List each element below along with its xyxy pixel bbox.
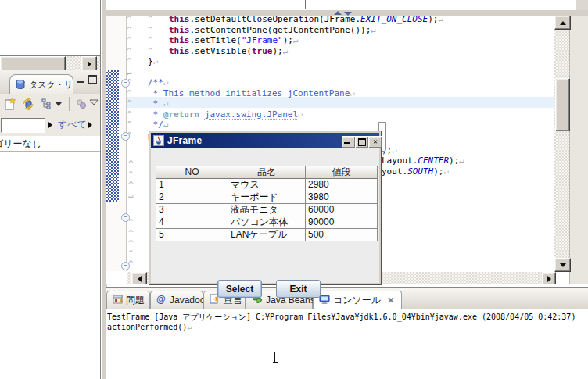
code-line: ^^this.setContentPane(getJContentPane())… — [127, 25, 376, 36]
code-line-fragment: yout.SOUTH);↵ — [382, 166, 449, 177]
next-filter-arrow-icon[interactable] — [88, 122, 92, 128]
tab-mark: ^ — [127, 56, 148, 67]
new-task-icon[interactable] — [4, 97, 17, 110]
scrollbar-thumb[interactable] — [0, 56, 66, 72]
table-row[interactable]: 4パソコン本体90000 — [156, 216, 378, 229]
tab-mark: ^ — [127, 35, 148, 46]
synchronize-icon[interactable] — [21, 97, 35, 111]
table-row[interactable]: 1マウス2980 — [156, 179, 378, 191]
column-header[interactable]: 品名 — [228, 166, 306, 179]
tab-mark: ^ — [128, 180, 134, 191]
scrollbar-track[interactable] — [554, 16, 569, 271]
product-table[interactable]: NO品名値段1マウス29802キーボード39803液晶モニタ600004パソコン… — [156, 166, 378, 274]
tab-task-list-label: タスク・リ — [29, 79, 73, 91]
tab-mark: ^ — [148, 16, 169, 25]
tab-コンソール[interactable]: コンソール✕ — [313, 291, 402, 310]
close-icon: ✕ — [373, 138, 377, 145]
scroll-left-button[interactable] — [131, 272, 147, 284]
console-output[interactable]: TestFrame [Java アプリケーション] C:¥Program Fil… — [106, 309, 588, 379]
code-line: ↵ — [127, 67, 132, 78]
code-token: CENTER — [418, 156, 449, 166]
dialog-close-button[interactable]: ✕ — [368, 136, 382, 148]
column-header[interactable]: 値段 — [306, 166, 378, 179]
fold-collapse-marker[interactable]: − — [121, 132, 130, 141]
split-up-arrow-icon[interactable] — [334, 11, 342, 15]
tab-mark: ^ — [127, 109, 148, 120]
dialog-titlebar[interactable]: JFrame ✕ — [151, 133, 379, 148]
view-minimize-button[interactable] — [75, 75, 85, 84]
code-line: ^ * ↵ — [127, 98, 169, 109]
tab-mark: ^ — [148, 46, 169, 57]
code-token: @return — [163, 109, 199, 120]
eol-mark: ↵ — [371, 25, 376, 35]
scrollbar-thumb[interactable] — [555, 78, 570, 131]
problems-icon — [113, 295, 123, 306]
table-cell: 液晶モニタ — [228, 204, 306, 216]
right-arrow-icon — [547, 276, 551, 282]
editor-vertical-scrollbar[interactable] — [554, 16, 569, 271]
scroll-right-button[interactable] — [542, 272, 556, 284]
select-button[interactable]: Select — [217, 280, 262, 298]
tab-mark: ^ — [127, 120, 148, 131]
code-token: yout. — [382, 166, 407, 177]
eol-mark: ↵ — [392, 145, 397, 156]
bottom-tab-row: 問題@Javadoc宣言Java Beansコンソール✕ — [106, 288, 588, 310]
exit-button[interactable]: Exit — [276, 280, 321, 298]
code-line: ^^this.setTitle("JFrame");↵ — [127, 35, 299, 46]
maximize-icon — [88, 75, 97, 84]
task-filter-input[interactable] — [1, 118, 45, 133]
dialog-maximize-button[interactable] — [355, 136, 369, 148]
tasklist-filter-row: すべて — [0, 116, 100, 136]
categorized-view-icon[interactable] — [41, 98, 53, 109]
top-strip-divider — [305, 0, 306, 9]
tab-label: コンソール — [333, 294, 381, 307]
eol-mark: ↵ — [444, 166, 450, 177]
scroll-down-button[interactable] — [554, 258, 571, 272]
scroll-up-button[interactable] — [554, 16, 571, 30]
toolbar-separator — [69, 97, 70, 111]
scheduled-presentation-icon[interactable] — [75, 98, 88, 110]
window-right-edge — [576, 0, 588, 10]
code-token: javax.swing.JPanel — [205, 109, 298, 120]
eol-mark: ↵ — [298, 109, 303, 120]
code-line: ^ */↵ — [127, 120, 169, 131]
table-header-row: NO品名値段 — [156, 166, 378, 179]
dialog-content: NO品名値段1マウス29802キーボード39803液晶モニタ600004パソコン… — [151, 148, 379, 283]
eol-mark: ↵ — [163, 120, 169, 130]
eol-mark: ↵ — [293, 35, 299, 45]
dropdown-arrow-icon[interactable] — [56, 102, 62, 106]
view-menu-icon[interactable] — [89, 99, 99, 105]
table-row[interactable]: 5LANケーブル500 — [156, 229, 378, 241]
task-list-icon — [15, 79, 26, 90]
table-cell: LANケーブル — [228, 229, 306, 241]
code-token: */ — [148, 120, 163, 130]
left-horizontal-scrollbar[interactable] — [0, 56, 100, 71]
close-tab-icon[interactable]: ✕ — [387, 295, 394, 306]
eol-mark: ↵ — [163, 98, 169, 109]
table-cell: 2 — [156, 191, 228, 204]
right-arrow-icon — [88, 61, 91, 67]
down-arrow-icon — [560, 263, 566, 267]
tab-問題[interactable]: 問題 — [106, 291, 150, 309]
code-line: ^ * This method initializes jContentPane… — [127, 88, 355, 99]
tab-Javadoc[interactable]: @Javadoc — [150, 291, 203, 309]
code-token: true — [252, 46, 273, 56]
tab-mark: ^ — [128, 159, 134, 170]
tab-task-list[interactable]: タスク・リ — [9, 74, 74, 94]
prev-filter-arrow-icon[interactable] — [48, 122, 52, 128]
scroll-right-arrow-button[interactable] — [81, 56, 97, 72]
fold-collapse-marker[interactable]: − — [121, 79, 130, 88]
table-row[interactable]: 3液晶モニタ60000 — [156, 204, 378, 216]
dialog-minimize-button[interactable] — [342, 136, 356, 148]
jframe-dialog[interactable]: JFrame ✕ NO品名値段1マウス29802キーボード39803液晶モニタ6… — [149, 131, 382, 285]
table-row[interactable]: 2キーボード3980 — [156, 191, 378, 204]
code-token: EXIT_ON_CLOSE — [360, 16, 428, 24]
tab-mark: ^ — [127, 77, 148, 88]
view-maximize-button[interactable] — [88, 75, 98, 84]
filter-all-link[interactable]: すべて — [58, 118, 87, 131]
category-label: ゴリーなし — [0, 138, 41, 151]
code-token: this — [169, 46, 190, 56]
eol-mark: ↵ — [187, 323, 192, 331]
column-header[interactable]: NO — [156, 166, 228, 179]
code-token: /** — [148, 77, 163, 88]
